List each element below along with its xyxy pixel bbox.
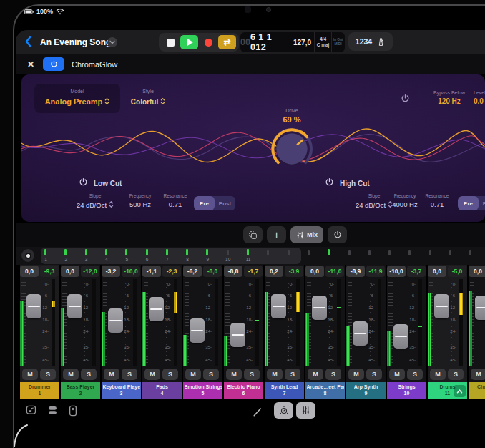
volume-value[interactable]: 0,0 <box>469 266 485 277</box>
mute-button[interactable]: M <box>63 369 79 380</box>
level-control[interactable]: Level 0.0 <box>468 90 485 105</box>
fader-handle[interactable] <box>230 323 245 347</box>
back-button[interactable] <box>24 36 31 47</box>
post-option[interactable]: Post <box>215 196 235 210</box>
peak-value[interactable]: -8,0 <box>203 266 222 277</box>
track-name-cell[interactable]: Drummer1 <box>20 382 59 399</box>
mixer-power-button[interactable] <box>328 226 347 243</box>
overview-slot[interactable]: 9 <box>199 248 216 263</box>
metronome-icon[interactable] <box>376 37 386 47</box>
pencil-icon[interactable] <box>253 406 263 420</box>
duplicate-button[interactable] <box>243 226 263 243</box>
fader-handle[interactable] <box>108 308 123 333</box>
track-name-cell[interactable]: Emotion Strings5 <box>183 382 222 399</box>
solo-button[interactable]: S <box>325 369 341 380</box>
lcd-display[interactable]: 00 6 1 1 012 127,0 4/4 C maj In Out MIDI <box>240 32 345 52</box>
low-cut-resonance[interactable]: Resonance 0.71 <box>159 193 192 208</box>
peak-value[interactable]: -3,9 <box>285 266 303 277</box>
mute-button[interactable]: M <box>226 369 242 380</box>
peak-value[interactable]: -12,0 <box>81 266 99 277</box>
volume-value[interactable]: -10,0 <box>387 266 406 277</box>
project-title[interactable]: An Evening Song <box>40 37 111 47</box>
fader-handle[interactable] <box>26 294 41 318</box>
solo-button[interactable]: S <box>285 369 300 380</box>
overview-slot[interactable]: 8 <box>179 248 196 263</box>
overview-slot[interactable]: 6 <box>139 248 156 263</box>
track-name-cell[interactable]: Pads4 <box>142 382 182 399</box>
solo-button[interactable]: S <box>122 369 137 380</box>
fader-handle[interactable] <box>190 318 205 343</box>
play-button[interactable] <box>180 35 198 49</box>
overview-slot[interactable]: 1 <box>37 248 54 263</box>
fader-handle[interactable] <box>67 294 82 318</box>
fader-handle[interactable] <box>149 297 164 321</box>
peak-value[interactable]: -5,0 <box>448 266 466 277</box>
track-name-cell[interactable]: Arp Synth9 <box>346 382 386 399</box>
drive-knob[interactable] <box>269 126 315 172</box>
close-plugin-button[interactable]: ✕ <box>27 59 34 69</box>
record-button[interactable] <box>200 35 217 49</box>
style-select[interactable]: Style Colorful <box>120 84 176 113</box>
high-cut-resonance[interactable]: Resonance 0.71 <box>421 193 454 208</box>
solo-button[interactable]: S <box>203 369 219 380</box>
overview-slot[interactable] <box>401 248 418 263</box>
mixer-overview-strip[interactable]: 1234567891011 <box>16 247 485 265</box>
mute-button[interactable]: M <box>185 369 201 380</box>
overview-slot[interactable]: 7 <box>159 248 176 263</box>
mute-button[interactable]: M <box>22 369 38 380</box>
pre-option[interactable]: Pre <box>194 196 215 210</box>
peak-value[interactable]: -10,0 <box>122 266 140 277</box>
bypass-power-icon[interactable] <box>401 93 410 106</box>
overview-slot[interactable] <box>361 248 378 263</box>
volume-value[interactable]: 0,0 <box>305 266 324 277</box>
project-menu-button[interactable] <box>107 37 117 47</box>
smart-controls-button[interactable] <box>274 402 293 419</box>
fader-handle[interactable] <box>353 321 368 346</box>
overview-slot[interactable]: 4 <box>98 248 115 263</box>
solo-button[interactable]: S <box>244 369 260 380</box>
overview-slot[interactable]: 2 <box>57 248 74 263</box>
add-button[interactable]: + <box>267 226 286 243</box>
peak-value[interactable]: -3,7 <box>407 266 426 277</box>
volume-value[interactable]: -1,1 <box>142 266 161 277</box>
mute-button[interactable]: M <box>308 369 323 380</box>
overview-slot[interactable] <box>341 248 358 263</box>
solo-button[interactable]: S <box>162 369 178 380</box>
collapse-track-button[interactable] <box>454 385 466 397</box>
low-cut-frequency[interactable]: Frequency 500 Hz <box>120 193 160 208</box>
overview-slot[interactable]: 3 <box>78 248 95 263</box>
track-name-cell[interactable]: Bass Player2 <box>61 382 100 399</box>
solo-button[interactable]: S <box>81 369 97 380</box>
solo-button[interactable]: S <box>40 369 56 380</box>
overview-slot[interactable] <box>381 248 398 263</box>
overview-slot[interactable] <box>320 248 338 263</box>
cycle-button[interactable]: ⇄ <box>218 35 236 49</box>
fader-handle[interactable] <box>312 296 327 320</box>
mute-button[interactable]: M <box>104 369 119 380</box>
volume-value[interactable]: 0,0 <box>61 266 79 277</box>
overview-slot[interactable] <box>422 248 439 263</box>
volume-value[interactable]: 0,2 <box>265 266 283 277</box>
peak-value[interactable]: -11,0 <box>325 266 344 277</box>
peak-value[interactable]: -9,3 <box>40 266 59 277</box>
fader-handle[interactable] <box>475 296 485 320</box>
peak-value[interactable]: -11,9 <box>366 266 385 277</box>
overview-slot[interactable] <box>280 248 298 263</box>
overview-slot[interactable] <box>462 248 479 263</box>
controller-icon[interactable] <box>69 405 77 419</box>
count-in-button[interactable]: 1234 <box>356 37 372 46</box>
overview-slot[interactable] <box>260 248 277 263</box>
low-cut-slope[interactable]: Slope 24 dB/Oct <box>73 193 117 210</box>
overview-slot[interactable] <box>300 248 318 263</box>
plugin-power-button[interactable] <box>43 57 64 71</box>
stop-button[interactable] <box>162 35 180 49</box>
track-name-cell[interactable]: Chorus V12 <box>469 382 485 399</box>
mute-button[interactable]: M <box>430 369 446 380</box>
solo-button[interactable]: S <box>407 369 423 380</box>
model-select[interactable]: Model Analog Preamp <box>34 84 120 113</box>
peak-value[interactable]: -1,7 <box>244 266 263 277</box>
solo-button[interactable]: S <box>448 369 464 380</box>
mute-button[interactable]: M <box>348 369 364 380</box>
track-name-cell[interactable]: Strings10 <box>387 382 426 399</box>
track-name-cell[interactable]: Keyboard Player3 <box>102 382 141 399</box>
